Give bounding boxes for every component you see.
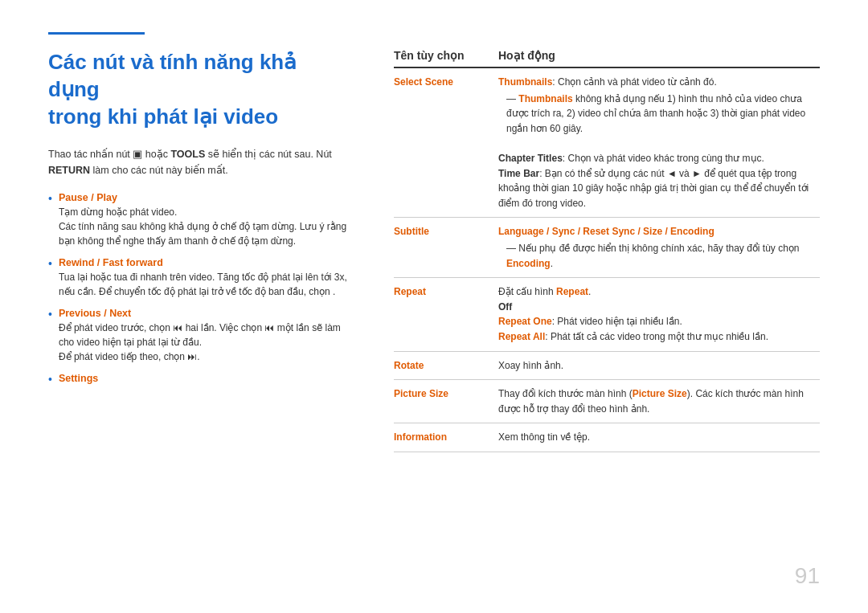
bullet-pause-play: • Pause / Play Tạm dừng hoặc phát video.…	[48, 191, 354, 248]
bullet-dot: •	[48, 257, 52, 270]
row-name: Select Scene	[394, 75, 498, 88]
table-row-picture-size: Picture Size Thay đổi kích thước màn hìn…	[394, 380, 820, 423]
bullet-previous-next: • Previous / Next Để phát video trước, c…	[48, 307, 354, 364]
page-title: Các nút và tính năng khả dụng trong khi …	[48, 49, 354, 130]
row-desc: Xoay hình ảnh.	[498, 358, 820, 374]
bullet-title: Previous / Next	[59, 308, 131, 319]
bullet-body: Tạm dừng hoặc phát video. Các tính năng …	[59, 205, 354, 248]
row-name: Subtitle	[394, 224, 498, 237]
row-name: Rotate	[394, 358, 498, 371]
bullet-body: Để phát video trước, chọn ⏮ hai lần. Việ…	[59, 321, 354, 364]
bullet-title: Pause / Play	[59, 192, 117, 203]
table-row-rotate: Rotate Xoay hình ảnh.	[394, 352, 820, 381]
table-row-repeat: Repeat Đặt cấu hình Repeat. Off Repeat O…	[394, 278, 820, 351]
bullet-rewind: • Rewind / Fast forward Tua lại hoặc tua…	[48, 256, 354, 299]
bullet-dot: •	[48, 192, 52, 205]
page-number: 91	[795, 563, 820, 589]
bullet-title: Rewind / Fast forward	[59, 257, 163, 268]
bullet-content: Rewind / Fast forward Tua lại hoặc tua đ…	[59, 256, 354, 299]
bullet-title: Settings	[59, 373, 98, 384]
right-section: Tên tùy chọn Hoạt động Select Scene Thum…	[394, 49, 820, 581]
row-name: Picture Size	[394, 386, 498, 399]
bullet-dot: •	[48, 373, 52, 386]
col-name-header: Tên tùy chọn	[394, 49, 498, 62]
table-row-select-scene: Select Scene Thumbnails: Chọn cảnh và ph…	[394, 68, 820, 218]
row-name: Information	[394, 430, 498, 443]
bullet-body: Tua lại hoặc tua đi nhanh trên video. Tă…	[59, 270, 354, 299]
left-section: Các nút và tính năng khả dụng trong khi …	[48, 49, 354, 581]
row-desc: Thumbnails: Chọn cảnh và phát video từ c…	[498, 75, 820, 210]
title-line1: Các nút và tính năng khả dụng	[48, 50, 297, 101]
row-desc: Xem thông tin về tệp.	[498, 430, 820, 445]
col-action-header: Hoạt động	[498, 49, 820, 62]
row-desc: Language / Sync / Reset Sync / Size / En…	[498, 224, 820, 271]
table-header: Tên tùy chọn Hoạt động	[394, 49, 820, 68]
table-row-information: Information Xem thông tin về tệp.	[394, 423, 820, 452]
bullet-dot: •	[48, 308, 52, 321]
bullet-content: Previous / Next Để phát video trước, chọ…	[59, 307, 354, 364]
bullet-content: Pause / Play Tạm dừng hoặc phát video. C…	[59, 191, 354, 248]
page-container: Các nút và tính năng khả dụng trong khi …	[0, 0, 868, 613]
top-decorative-line	[48, 32, 145, 35]
content-wrapper: Các nút và tính năng khả dụng trong khi …	[48, 49, 820, 581]
bullet-settings: • Settings	[48, 372, 354, 386]
row-name: Repeat	[394, 284, 498, 297]
bullet-content: Settings	[59, 372, 354, 384]
table-row-subtitle: Subtitle Language / Sync / Reset Sync / …	[394, 218, 820, 278]
row-desc: Thay đổi kích thước màn hình (Picture Si…	[498, 386, 820, 416]
row-desc: Đặt cấu hình Repeat. Off Repeat One: Phá…	[498, 284, 820, 344]
intro-text: Thao tác nhấn nút ▣ hoặc TOOLS sẽ hiển t…	[48, 146, 354, 178]
title-line2: trong khi phát lại video	[48, 104, 278, 129]
